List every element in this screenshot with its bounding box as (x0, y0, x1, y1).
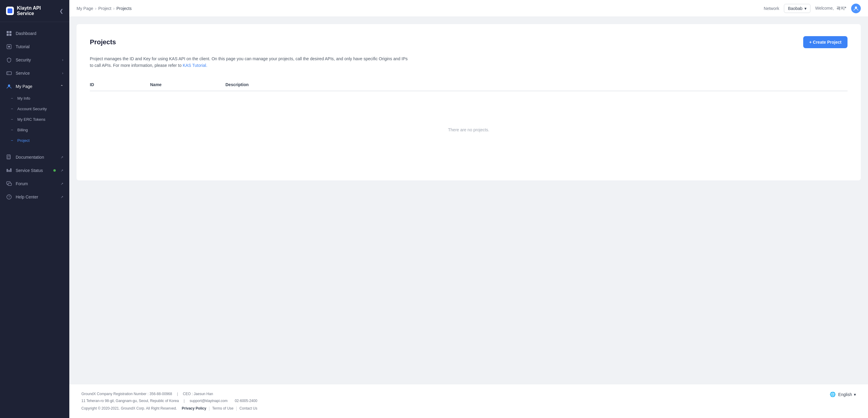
sidebar-sub-item-billing[interactable]: − Billing (0, 125, 69, 135)
svg-rect-6 (7, 72, 11, 75)
breadcrumb: My Page › Project › Projects (76, 6, 760, 11)
sidebar-item-tutorial[interactable]: Tutorial (0, 40, 69, 53)
svg-rect-13 (8, 170, 10, 172)
breadcrumb-project[interactable]: Project (98, 6, 112, 11)
service-arrow-icon: › (62, 71, 63, 75)
tutorial-icon (6, 44, 12, 50)
docs-label: Documentation (16, 155, 57, 160)
kas-tutorial-link[interactable]: KAS Tutorial. (183, 63, 207, 68)
sidebar-item-documentation[interactable]: Documentation ↗ (0, 151, 69, 164)
svg-rect-2 (7, 34, 9, 36)
svg-rect-3 (9, 34, 11, 36)
erc-tokens-label: My ERC Tokens (18, 117, 45, 122)
language-value: English (838, 392, 852, 397)
billing-label: Billing (18, 128, 28, 132)
breadcrumb-mypage[interactable]: My Page (76, 6, 93, 11)
status-label: Service Status (16, 168, 48, 173)
svg-rect-16 (8, 183, 11, 186)
footer-copyright: Copyright © 2020-2021. GroundX Corp. All… (82, 406, 177, 411)
service-label: Service (16, 71, 59, 75)
breadcrumb-sep-2: › (113, 6, 115, 11)
footer-terms-of-use[interactable]: Terms of Use (212, 406, 234, 411)
projects-header: Projects + Create Project (90, 36, 847, 48)
security-icon (6, 57, 12, 63)
svg-point-5 (8, 46, 10, 47)
logo-icon (6, 7, 14, 15)
main-area: My Page › Project › Projects Network Bao… (69, 0, 868, 418)
forum-icon (6, 181, 12, 187)
sidebar-logo: Klaytn API Service ❮ (0, 0, 69, 22)
footer-line-1: GroundX Company Registration Number : 35… (82, 391, 257, 397)
sidebar-sub-item-project[interactable]: − Project (0, 135, 69, 146)
sidebar-item-security[interactable]: Security › (0, 53, 69, 67)
language-chevron-icon: ▾ (854, 392, 856, 397)
footer-line-2: 11 Teheran-ro 98-gil, Gangnam-gu, Seoul,… (82, 398, 257, 404)
breadcrumb-sep-1: › (95, 6, 96, 11)
col-name-header: Name (150, 82, 225, 87)
app-name: Klaytn API Service (17, 5, 56, 16)
footer-contact-us[interactable]: Contact Us (239, 406, 257, 411)
footer-right: 🌐 English ▾ (830, 391, 856, 397)
network-value: Baobab (788, 6, 802, 11)
col-id-header: ID (90, 82, 150, 87)
security-arrow-icon: › (62, 58, 63, 62)
sidebar-sub-item-erc-tokens[interactable]: − My ERC Tokens (0, 114, 69, 125)
projects-title: Projects (90, 38, 116, 46)
svg-rect-14 (10, 168, 11, 172)
help-label: Help Center (16, 195, 57, 199)
sidebar-sub-item-myinfo[interactable]: − My Info (0, 93, 69, 104)
language-selector[interactable]: English ▾ (838, 392, 856, 397)
welcome-name: 곽지* (836, 6, 846, 10)
projects-card: Projects + Create Project Project manage… (76, 24, 861, 181)
sidebar-item-service-status[interactable]: Service Status ↗ (0, 164, 69, 177)
help-icon: ? (6, 194, 12, 200)
sidebar: Klaytn API Service ❮ Dashboard Tutorial (0, 0, 69, 418)
table-header: ID Name Description (90, 78, 847, 91)
myinfo-label: My Info (18, 96, 30, 101)
sidebar-item-dashboard[interactable]: Dashboard (0, 27, 69, 40)
svg-point-8 (8, 85, 10, 87)
help-external-icon: ↗ (61, 195, 63, 199)
mypage-icon (6, 84, 12, 90)
sidebar-collapse-button[interactable]: ❮ (59, 8, 63, 14)
no-projects-message: There are no projects. (90, 91, 847, 168)
svg-rect-12 (7, 169, 8, 172)
mypage-chevron-icon: ⌃ (60, 84, 63, 89)
projects-description: Project manages the ID and Key for using… (90, 56, 847, 69)
sidebar-sub-item-account-security[interactable]: − Account Security (0, 104, 69, 114)
security-label: Security (16, 58, 59, 62)
col-desc-header: Description (225, 82, 847, 87)
network-select[interactable]: Baobab ▾ (784, 4, 810, 13)
svg-point-19 (855, 6, 857, 8)
status-dot (53, 169, 56, 172)
dashboard-icon (6, 30, 12, 36)
account-security-label: Account Security (18, 107, 47, 111)
user-avatar[interactable] (851, 4, 861, 13)
mypage-label: My Page (16, 84, 57, 89)
create-project-button[interactable]: + Create Project (803, 36, 847, 48)
footer-privacy-policy[interactable]: Privacy Policy (182, 406, 206, 411)
svg-rect-0 (7, 31, 9, 33)
sidebar-item-service[interactable]: Service › (0, 67, 69, 80)
status-icon (6, 167, 12, 173)
network-label: Network (764, 6, 779, 11)
breadcrumb-projects: Projects (116, 6, 132, 11)
docs-external-icon: ↗ (61, 155, 63, 159)
svg-rect-10 (8, 156, 10, 159)
sidebar-item-help-center[interactable]: ? Help Center ↗ (0, 190, 69, 203)
forum-label: Forum (16, 181, 57, 186)
service-icon (6, 70, 12, 76)
svg-rect-1 (9, 31, 11, 33)
sidebar-item-forum[interactable]: Forum ↗ (0, 177, 69, 190)
content-area: Projects + Create Project Project manage… (69, 17, 868, 384)
tutorial-label: Tutorial (16, 44, 63, 49)
forum-external-icon: ↗ (61, 182, 63, 186)
footer-left: GroundX Company Registration Number : 35… (82, 391, 257, 411)
dashboard-label: Dashboard (16, 31, 63, 36)
status-external-icon: ↗ (61, 169, 63, 172)
svg-text:?: ? (8, 195, 10, 199)
topbar-right: Network Baobab ▾ Welcome, 곽지* (764, 4, 861, 13)
project-label: Project (18, 138, 30, 143)
network-chevron-icon: ▾ (804, 6, 807, 11)
sidebar-item-mypage[interactable]: My Page ⌃ (0, 80, 69, 93)
